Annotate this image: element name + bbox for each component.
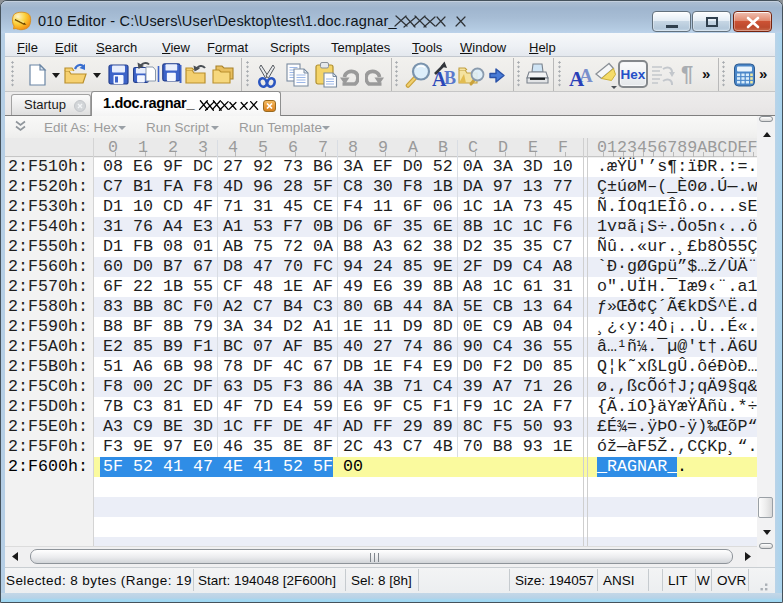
svg-text:A: A [569,67,585,88]
svg-text:B: B [444,68,456,88]
